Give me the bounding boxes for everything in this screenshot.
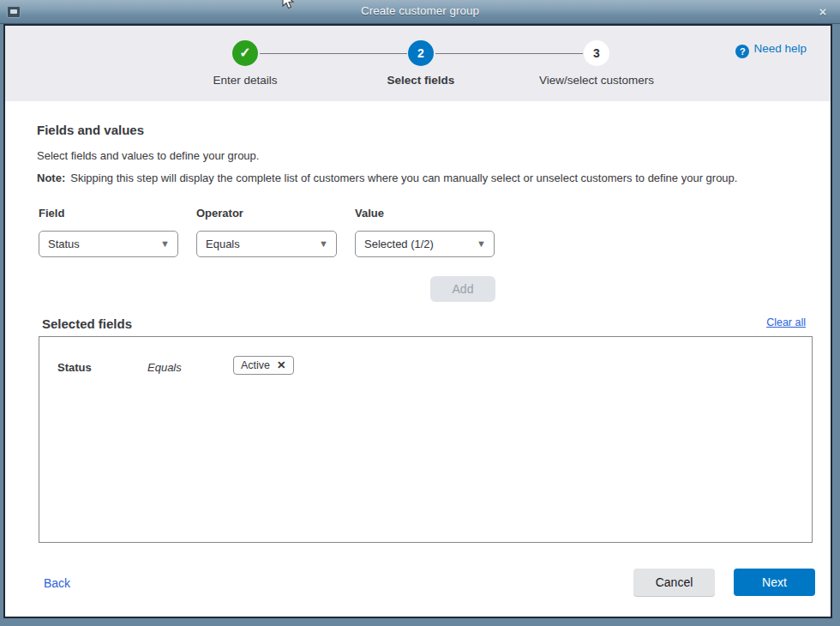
section-note: Note:Skipping this step will display the… — [37, 172, 737, 184]
remove-icon[interactable]: ✕ — [277, 359, 285, 371]
operator-dropdown[interactable]: Equals ▼ — [196, 231, 337, 257]
cancel-button[interactable]: Cancel — [633, 569, 715, 596]
chevron-down-icon: ▼ — [477, 232, 486, 256]
step-1-circle[interactable]: ✓ — [232, 40, 258, 66]
note-text: Skipping this step will display the comp… — [70, 172, 737, 184]
step-2-number: 2 — [417, 46, 424, 60]
need-help-label: Need help — [753, 42, 807, 55]
step-3-label: View/select customers — [502, 74, 691, 87]
next-button[interactable]: Next — [734, 569, 815, 596]
step-3-number: 3 — [593, 46, 600, 60]
field-label: Field — [39, 207, 64, 220]
window-title: Create customer group — [0, 4, 840, 17]
step-2-label: Select fields — [327, 74, 515, 87]
selected-fields-panel: Status Equals Active✕ — [39, 336, 813, 543]
add-button[interactable]: Add — [430, 276, 495, 302]
check-icon: ✓ — [239, 45, 250, 60]
field-dropdown[interactable]: Status ▼ — [39, 231, 178, 257]
back-link[interactable]: Back — [44, 576, 70, 590]
row-field-name: Status — [57, 361, 92, 374]
note-label: Note: — [37, 172, 65, 184]
step-2-circle[interactable]: 2 — [408, 40, 434, 66]
value-label: Value — [355, 207, 384, 220]
section-title: Fields and values — [37, 123, 144, 137]
section-subtitle: Select fields and values to define your … — [37, 149, 259, 162]
chevron-down-icon: ▼ — [160, 232, 170, 256]
value-dropdown[interactable]: Selected (1/2) ▼ — [355, 231, 495, 257]
value-dropdown-value: Selected (1/2) — [364, 238, 434, 250]
window-titlebar: Create customer group × — [0, 0, 840, 24]
operator-label: Operator — [196, 207, 243, 220]
row-operator: Equals — [147, 361, 182, 374]
value-chip[interactable]: Active✕ — [233, 356, 294, 375]
clear-all-link[interactable]: Clear all — [766, 316, 806, 328]
wizard-header: ✓ 2 3 Enter details Select fields View/s… — [5, 26, 831, 101]
need-help-link[interactable]: ?Need help — [735, 42, 807, 58]
field-dropdown-value: Status — [48, 238, 80, 250]
close-icon[interactable]: × — [814, 3, 831, 21]
step-3-circle[interactable]: 3 — [584, 40, 609, 66]
dialog-content: ✓ 2 3 Enter details Select fields View/s… — [3, 24, 832, 618]
question-icon: ? — [735, 45, 749, 58]
selected-fields-title: Selected fields — [42, 316, 132, 331]
value-chip-label: Active — [241, 359, 270, 371]
step-connector — [435, 53, 583, 54]
step-connector — [260, 53, 407, 54]
chevron-down-icon: ▼ — [319, 232, 328, 256]
window-frame: ✓ 2 3 Enter details Select fields View/s… — [0, 24, 840, 626]
step-1-label: Enter details — [151, 74, 339, 87]
operator-dropdown-value: Equals — [206, 238, 240, 250]
